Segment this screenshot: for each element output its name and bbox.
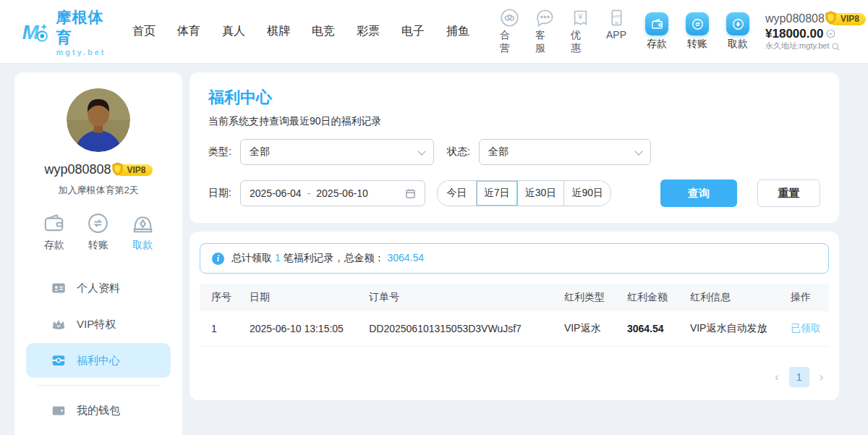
balance-expand-icon[interactable]: [826, 29, 835, 38]
filter-row-type-status: 类型: 全部 状态: 全部: [208, 139, 820, 165]
col-bonus-type: 红利类型: [558, 284, 621, 311]
cell-bonus-type: VIP返水: [558, 311, 621, 346]
deposit-wallet-icon: [650, 17, 664, 31]
deposit-label: 存款: [44, 239, 64, 252]
nav-item-lottery[interactable]: 彩票: [357, 24, 380, 39]
type-select-value: 全部: [250, 145, 270, 159]
type-select[interactable]: 全部: [240, 139, 434, 165]
nav-item-fishing[interactable]: 捕鱼: [446, 24, 469, 39]
date-label: 日期:: [208, 187, 240, 200]
chevron-down-icon: [634, 147, 642, 155]
yuan-coupon-icon: ¥: [571, 8, 590, 28]
logo-mark-icon: M: [22, 17, 50, 47]
promo-link[interactable]: ¥ 优惠: [571, 8, 590, 55]
phone-app-icon: APP: [607, 8, 626, 28]
withdraw-button[interactable]: 取款: [726, 12, 749, 51]
permanent-address: 永久地址:mgty.bet: [765, 41, 829, 51]
sidebar-item-vip[interactable]: VIP特权: [26, 307, 171, 342]
reset-button[interactable]: 重置: [757, 180, 820, 207]
table-row: 1 2025-06-10 13:15:05 DD202506101315053D…: [200, 311, 829, 346]
sidebar-item-profile[interactable]: 个人资料: [26, 271, 171, 305]
summary-text: 总计领取 1 笔福利记录，总金额： 3064.54: [231, 252, 424, 265]
date-separator: -: [307, 187, 311, 199]
support-label: 客服: [535, 29, 555, 55]
deposit-button[interactable]: 存款: [645, 12, 668, 51]
range-7days-button[interactable]: 近7日: [477, 181, 518, 206]
status-label: 状态:: [447, 145, 479, 159]
page-title: 福利中心: [208, 87, 820, 109]
cell-order-no: DD202506101315053D3VWuJsf7: [363, 311, 558, 346]
date-range-input[interactable]: 2025-06-04 - 2025-06-10: [240, 180, 425, 206]
main-content: 福利中心 当前系统支持查询最近90日的福利记录 类型: 全部 状态: 全部 日期…: [190, 72, 839, 400]
col-index: 序号: [200, 284, 244, 311]
status-select[interactable]: 全部: [479, 139, 651, 165]
sidebar-avatar[interactable]: [67, 88, 130, 152]
nav-item-live[interactable]: 真人: [222, 24, 245, 39]
brand-logo[interactable]: M 摩根体育 mgty.bet: [22, 7, 111, 56]
withdraw-label: 取款: [132, 239, 153, 252]
sidebar-item-welfare-center[interactable]: 福利中心: [26, 343, 171, 378]
sidebar-menu: 个人资料 VIP特权 福利中心: [14, 271, 182, 435]
welfare-filters-card: 福利中心 当前系统支持查询最近90日的福利记录 类型: 全部 状态: 全部 日期…: [190, 72, 839, 223]
status-select-value: 全部: [488, 145, 509, 159]
partner-link[interactable]: 合营: [500, 8, 519, 55]
range-30days-button[interactable]: 近30日: [518, 181, 565, 206]
nav-item-slots[interactable]: 电子: [401, 24, 425, 39]
total-amount: 3064.54: [387, 252, 424, 263]
prev-page-button[interactable]: ‹: [775, 371, 778, 383]
app-link[interactable]: APP APP: [606, 8, 626, 55]
quick-links: 合营 客服 ¥ 优惠 APP APP: [500, 8, 626, 55]
query-button[interactable]: 查询: [660, 180, 737, 207]
wallet-actions: 存款 转账 取款: [645, 12, 749, 51]
range-90days-button[interactable]: 近90日: [564, 181, 610, 206]
page-subtitle: 当前系统支持查询最近90日的福利记录: [208, 115, 820, 128]
chevron-down-icon: [417, 147, 425, 155]
gold-medal-icon: [111, 162, 124, 177]
sidebar-transfer-button[interactable]: 转账: [86, 211, 110, 252]
main-nav: 首页 体育 真人 棋牌 电竞 彩票 电子 捕鱼: [132, 24, 469, 39]
summary-bar: i 总计领取 1 笔福利记录，总金额： 3064.54: [200, 243, 829, 274]
support-link[interactable]: 客服: [535, 8, 555, 55]
nav-item-cards[interactable]: 棋牌: [267, 24, 290, 39]
nav-item-sports[interactable]: 体育: [177, 24, 200, 39]
table-header-row: 序号 日期 订单号 红利类型 红利金额 红利信息 操作: [200, 284, 829, 311]
sidebar-item-transactions[interactable]: 交易记录: [26, 429, 171, 435]
cell-index: 1: [200, 311, 244, 346]
date-start-value: 2025-06-04: [250, 187, 302, 199]
gold-medal-icon: [825, 11, 837, 25]
promo-label: 优惠: [571, 29, 590, 55]
sidebar-item-wallet[interactable]: 我的钱包: [26, 393, 171, 428]
crown-icon: [51, 316, 67, 332]
deposit-wallet-icon: [42, 211, 66, 235]
withdraw-label: 取款: [728, 38, 748, 51]
range-today-button[interactable]: 今日: [438, 181, 477, 206]
nav-item-home[interactable]: 首页: [132, 24, 156, 39]
page-number-1[interactable]: 1: [789, 367, 809, 387]
magnifier-icon[interactable]: [831, 42, 841, 51]
user-info-block[interactable]: wyp080808 VIP8 ¥18000.00 永久地址:mgty.bet: [765, 12, 866, 51]
sidebar-withdraw-button[interactable]: 取款: [131, 211, 155, 252]
join-days-text: 加入摩根体育第2天: [14, 184, 182, 197]
nav-item-esports[interactable]: 电竞: [312, 24, 335, 39]
vip-badge: VIP8: [829, 13, 866, 25]
sidebar-deposit-button[interactable]: 存款: [42, 211, 66, 252]
col-bonus-info: 红利信息: [684, 284, 785, 311]
transfer-arrows-icon: [691, 17, 705, 31]
cell-info: VIP返水自动发放: [684, 311, 785, 346]
next-page-button[interactable]: ›: [820, 371, 823, 383]
partner-label: 合营: [500, 29, 519, 55]
sidebar-item-label: 个人资料: [77, 282, 120, 295]
cell-amount: 3064.54: [621, 311, 684, 346]
record-count: 1: [275, 252, 281, 263]
filter-row-date: 日期: 2025-06-04 - 2025-06-10 今日 近7日 近30日 …: [208, 180, 820, 207]
welfare-records-card: i 总计领取 1 笔福利记录，总金额： 3064.54 序号 日期: [190, 232, 839, 400]
pagination: ‹ 1 ›: [200, 367, 829, 387]
svg-text:APP: APP: [612, 14, 621, 19]
id-card-icon: [51, 280, 67, 296]
sidebar-item-label: 福利中心: [77, 354, 120, 368]
transfer-button[interactable]: 转账: [686, 12, 709, 51]
welfare-records-table: 序号 日期 订单号 红利类型 红利金额 红利信息 操作 1 2025-06-10…: [200, 284, 829, 347]
col-order-no: 订单号: [363, 284, 558, 311]
col-date: 日期: [244, 284, 363, 311]
wallet-icon: [51, 402, 67, 418]
